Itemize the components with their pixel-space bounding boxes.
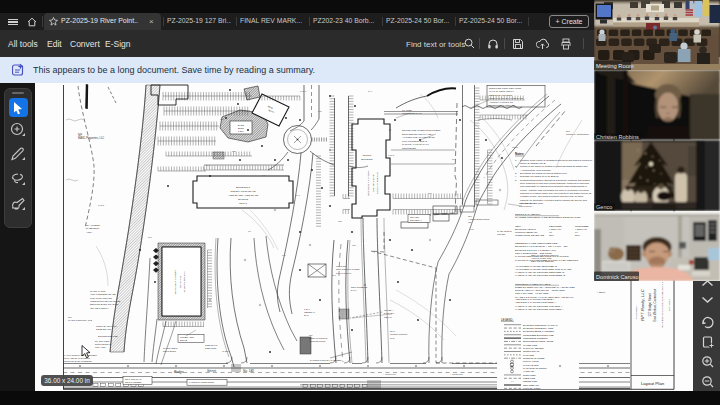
svg-text:30 SLT M 1103: 30 SLT M 1103 xyxy=(90,290,106,292)
svg-text:(STAGE 2 TERM.): (STAGE 2 TERM.) xyxy=(90,307,109,309)
svg-text:PERIMETER: PERIMETER xyxy=(402,147,416,150)
svg-text:BUILDING 3: BUILDING 3 xyxy=(236,186,251,189)
svg-text:EXISTING CONTOUR (TYPICAL): EXISTING CONTOUR (TYPICAL) xyxy=(523,324,558,326)
svg-text:MASC Properties, LLC: MASC Properties, LLC xyxy=(78,136,104,140)
svg-text:Meeting Room: Meeting Room xyxy=(596,63,634,69)
svg-text:LOT AREA: LOT AREA xyxy=(95,346,107,348)
svg-text:Genco: Genco xyxy=(596,204,612,210)
svg-text:BAR: BAR xyxy=(304,314,309,316)
svg-text:N/F: N/F xyxy=(309,334,313,336)
svg-text:MASC Properties, 702: MASC Properties, 702 xyxy=(68,319,92,322)
svg-text:DESIGN BY OTHERS: DESIGN BY OTHERS xyxy=(489,94,512,96)
svg-text:GENERAL: GENERAL xyxy=(304,311,316,313)
svg-text:OVERHEAD WIRES: OVERHEAD WIRES xyxy=(523,357,545,359)
svg-text:CONSTRUCTION OF LEASE: CONSTRUCTION OF LEASE xyxy=(90,300,121,302)
svg-text:S 81 E: S 81 E xyxy=(388,154,395,156)
svg-text:SIGN POST: SIGN POST xyxy=(523,374,536,376)
svg-text:NORTHEAST PARK: NORTHEAST PARK xyxy=(96,325,117,327)
svg-text:one dig i the out code.: one dig i the out code. xyxy=(520,202,544,205)
svg-text:UTILITY POLE: UTILITY POLE xyxy=(523,360,539,362)
svg-text:RETAIL: RETAIL xyxy=(384,316,393,318)
svg-text:48 UNITS FFE 52.0: 48 UNITS FFE 52.0 xyxy=(376,171,379,194)
svg-text:243'-10" x 62'-0": 243'-10" x 62'-0" xyxy=(372,174,375,192)
svg-text:(T&L WIRELESS LEASE): (T&L WIRELESS LEASE) xyxy=(90,293,116,295)
svg-text:APPROVAL PRIOR TO: APPROVAL PRIOR TO xyxy=(489,101,513,103)
svg-text:BITUMINOUS CONC. CURB: BITUMINOUS CONC. CURB xyxy=(523,340,553,342)
svg-text:5.: 5. xyxy=(515,179,517,182)
svg-text:132.56: 132.56 xyxy=(512,146,519,148)
svg-text:± Centerline: ± Centerline xyxy=(450,373,464,376)
svg-text:CLEAR/GRADE FOR: CLEAR/GRADE FOR xyxy=(90,297,112,299)
svg-text:CAST IRON &: CAST IRON & xyxy=(497,230,512,232)
svg-text:PARKING RATIO PROPOSED 2.0/UNI: PARKING RATIO PROPOSED 2.0/UNIT 1.7 SPAC… xyxy=(515,259,579,262)
svg-text:3 STORY Wd-2F STYLE: 3 STORY Wd-2F STYLE xyxy=(230,190,256,192)
svg-text:DRIVEWAY: DRIVEWAY xyxy=(410,219,422,221)
svg-text:N 08 W: N 08 W xyxy=(300,90,307,92)
svg-text:1.: 1. xyxy=(515,159,517,162)
svg-text:SECTION BLDG GRADING: SECTION BLDG GRADING xyxy=(90,303,119,305)
svg-text:TRAFFIC DATA: TRAFFIC DATA xyxy=(336,272,353,274)
svg-text:Notes:: Notes: xyxy=(515,152,524,156)
svg-text:SANITARY SEWER: SANITARY SEWER xyxy=(523,347,544,349)
svg-text:MANHOLE (SAN/STM): MANHOLE (SAN/STM) xyxy=(523,367,547,369)
svg-text:WATER LINE: WATER LINE xyxy=(523,344,537,346)
svg-text:Street: Street xyxy=(207,369,217,373)
svg-text:East Windsor, Connecticut: East Windsor, Connecticut xyxy=(653,288,657,321)
svg-text:SAWCUT & MILL EX. PAVEMENT: SAWCUT & MILL EX. PAVEMENT xyxy=(310,359,342,361)
svg-text:ZONE BOARD: ZONE BOARD xyxy=(96,328,112,330)
svg-text:EXISTING EDGE PAVEMENT: EXISTING EDGE PAVEMENT xyxy=(523,330,555,332)
svg-text:CONCRETE WALK: CONCRETE WALK xyxy=(402,112,422,114)
svg-text:LLC: LLC xyxy=(390,337,395,340)
svg-text:NEW PAVEMENT: NEW PAVEMENT xyxy=(125,381,142,383)
svg-text:HANDICAP (13) OF COMMON PROVID: HANDICAP (13) OF COMMON PROVIDED A xyxy=(515,308,564,311)
svg-text:N 12 E: N 12 E xyxy=(98,204,105,206)
svg-text:UPPER ASLT: UPPER ASLT xyxy=(180,336,195,338)
svg-text:± Street: ± Street xyxy=(597,291,605,293)
svg-text:BUILDING 1 4 STORY: BUILDING 1 4 STORY xyxy=(367,170,370,196)
svg-text:FE 34.5: FE 34.5 xyxy=(239,202,247,204)
svg-text:SOIL TEST PIT: SOIL TEST PIT xyxy=(523,384,540,386)
svg-text:LIGHT DUTY: LIGHT DUTY xyxy=(519,205,533,207)
svg-text:LEGEND: LEGEND xyxy=(501,318,513,322)
svg-text:CATCH BASIN: CATCH BASIN xyxy=(523,364,539,366)
svg-text:LOAD DP: LOAD DP xyxy=(336,265,347,267)
svg-text:123'-4" x 52': 123'-4" x 52' xyxy=(179,275,182,289)
svg-text:DRIVE: DRIVE xyxy=(180,339,187,341)
svg-text:PLANNED COMMERCIAL DEVELOPMENT: PLANNED COMMERCIAL DEVELOPMENT DISTRICT … xyxy=(515,216,581,219)
svg-text:± Centerline: ± Centerline xyxy=(383,373,397,376)
svg-text:50' OFF BLDG.: 50' OFF BLDG. xyxy=(163,347,178,349)
svg-text:ALSO ST 4534 ALSO ST 453: ALSO ST 4534 ALSO ST 453 xyxy=(228,194,259,196)
svg-text:James P. Thompson: James P. Thompson xyxy=(566,133,589,136)
svg-text:SOIL NOTIFICATIONS: SOIL NOTIFICATIONS xyxy=(336,268,360,270)
svg-text:1 BAY: 1 BAY xyxy=(304,308,311,310)
svg-text:GAS LINE: GAS LINE xyxy=(523,354,534,356)
svg-text:LIMIT OF WORK: LIMIT OF WORK xyxy=(523,387,541,389)
svg-text:RPT Realty, LLC: RPT Realty, LLC xyxy=(640,288,645,321)
svg-text:PROPOSED BUILDING LINE: PROPOSED BUILDING LINE xyxy=(523,334,554,336)
svg-text:1 STY: 1 STY xyxy=(238,130,245,132)
svg-text:IMPERVIOUS COVERAGE: IMPERVIOUS COVERAGE xyxy=(515,234,545,237)
svg-text:Christen Robbins: Christen Robbins xyxy=(596,134,639,140)
svg-text:Prepared for:: Prepared for: xyxy=(635,305,638,319)
svg-text:40 MPH: 40 MPH xyxy=(222,350,230,352)
svg-text:SPECIFIED ROCK RETAINING: SPECIFIED ROCK RETAINING xyxy=(489,87,522,89)
svg-text:COVER: COVER xyxy=(497,233,506,235)
svg-text:STRIP BLDG &: STRIP BLDG & xyxy=(95,343,111,345)
svg-text:WALL IN FIELD VERIFY: WALL IN FIELD VERIFY xyxy=(489,90,515,92)
svg-text:BUILDING: BUILDING xyxy=(361,158,372,161)
svg-text:SOIL PROBING: SOIL PROBING xyxy=(351,286,368,288)
svg-text:Layout Plan: Layout Plan xyxy=(641,381,665,386)
svg-text:36 UNITS FFE 49.5: 36 UNITS FFE 49.5 xyxy=(183,271,186,293)
svg-text:BLDG: BLDG xyxy=(238,127,244,129)
svg-text:STOP SIGN: STOP SIGN xyxy=(205,347,217,349)
svg-text:TOWN OF EAST WINDSOR: TOWN OF EAST WINDSOR xyxy=(64,360,92,362)
svg-text:10' WIDE: 10' WIDE xyxy=(402,109,412,111)
svg-text:GRAVEL: GRAVEL xyxy=(410,216,420,218)
svg-text:HANDICAP (13) OF COMMON PROPOS: HANDICAP (13) OF COMMON PROPOSED (2 xyxy=(515,274,566,277)
svg-text:FENCE LINE: FENCE LINE xyxy=(523,380,537,382)
svg-text:STRIP BLDG: STRIP BLDG xyxy=(163,350,176,352)
svg-text:DATA: DATA xyxy=(351,289,357,291)
svg-text:No. 140: No. 140 xyxy=(243,369,254,373)
svg-text:STOP BAR &: STOP BAR & xyxy=(205,344,218,346)
svg-text:2.: 2. xyxy=(515,165,517,168)
